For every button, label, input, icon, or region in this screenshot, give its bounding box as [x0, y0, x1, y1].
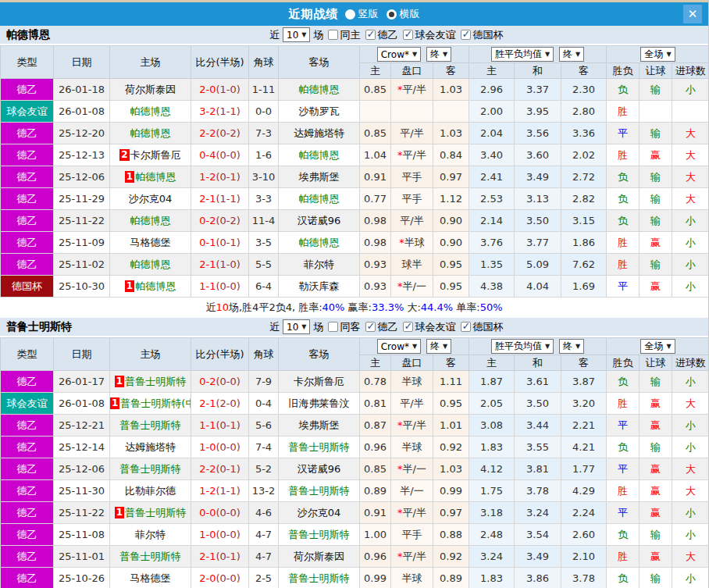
rank-badge: 1: [125, 171, 134, 183]
match-type-badge: 德乙: [1, 166, 54, 188]
checkbox-checked-icon[interactable]: [403, 30, 413, 40]
team-label: 旧海弗莱鲁汶: [289, 397, 350, 409]
halftime-score: (0-0): [216, 149, 240, 161]
recent-count-value: 10: [287, 322, 298, 333]
odds-final-select[interactable]: 终: [426, 47, 451, 62]
col-header-goals: 进球数: [672, 355, 709, 371]
team-label: 沙尔克04: [297, 507, 341, 519]
away-team: 普鲁士明斯特: [279, 568, 360, 588]
corners: 11-4: [249, 210, 279, 232]
checkbox-checked-icon[interactable]: [365, 30, 376, 40]
score: 2-1(0-1): [191, 546, 249, 568]
odds-away: 0.92: [433, 437, 469, 458]
filter-checkbox-item[interactable]: 德乙: [365, 320, 397, 334]
checkbox-icon[interactable]: [328, 30, 338, 40]
fulltime-score: 0-4: [199, 149, 216, 161]
col-header-type: 类型: [1, 46, 54, 79]
result-goals: 小: [672, 210, 709, 232]
team-label: 卡尔斯鲁厄: [294, 376, 344, 387]
halftime-score: (0-0): [216, 572, 240, 584]
avg-away: 2.24: [561, 502, 607, 524]
checkbox-checked-icon[interactable]: [461, 30, 471, 40]
checkbox-checked-icon[interactable]: [365, 322, 376, 332]
filter-checkbox-item[interactable]: 球会友谊: [403, 320, 455, 334]
match-row: 德乙25-12-06普鲁士明斯特2-2(0-1)5-2汉诺威960.85*半/一…: [1, 458, 709, 480]
odds-company-select[interactable]: Crow*: [377, 339, 421, 354]
checkbox-checked-icon[interactable]: [461, 322, 471, 332]
handicap: *半/一: [391, 458, 433, 480]
team-label: 菲尔特: [135, 529, 166, 540]
match-rows: 德乙26-01-18荷尔斯泰因2-0(1-0)1-11帕德博恩0.85*平/半1…: [1, 79, 709, 298]
initial-handicap-star: *: [397, 280, 403, 292]
team-label: 沙勒罗瓦: [299, 105, 340, 117]
result-handicap: 输: [640, 188, 672, 210]
col-header-wdl: 胜负: [607, 355, 640, 371]
odds-home: 0.98: [360, 210, 391, 232]
filter-checkbox-item[interactable]: 德国杯: [461, 320, 503, 334]
team-name: 帕德博恩: [0, 28, 50, 42]
filter-checkbox-item[interactable]: 德国杯: [461, 28, 503, 42]
result-handicap: 输: [640, 437, 672, 458]
match-date: 25-10-30: [54, 276, 110, 298]
filter-checkbox-item[interactable]: 同主: [328, 28, 360, 42]
filter-checkbox-item[interactable]: 球会友谊: [403, 28, 455, 42]
result-goals: 大: [672, 393, 709, 415]
avg-away: 2.82: [561, 188, 607, 210]
match-row: 德乙25-11-08菲尔特1-0(0-0)4-7普鲁士明斯特1.00平手0.88…: [1, 524, 709, 546]
recent-count-select[interactable]: 10: [283, 319, 310, 334]
handicap: 半球: [391, 437, 433, 458]
initial-handicap-star: *: [397, 84, 403, 95]
halftime-score: (2-0): [216, 397, 240, 409]
avg-home: 1.83: [469, 568, 515, 588]
team-label: 勒沃库森: [299, 280, 340, 292]
layout-radio-option[interactable]: 竖版: [345, 7, 379, 21]
away-team: 普鲁士明斯特: [279, 524, 360, 546]
odds-home: 0.93: [360, 276, 391, 298]
avg-select[interactable]: 胜平负均值: [491, 339, 554, 354]
home-team: 2卡尔斯鲁厄: [110, 144, 191, 166]
score: 0-1(0-1): [191, 232, 249, 254]
result-goals: 小: [672, 415, 709, 437]
filter-checkbox-item[interactable]: 德乙: [365, 28, 397, 42]
home-team: 帕德博恩: [110, 254, 191, 276]
result-goals: 小: [672, 79, 709, 101]
odds-company-select[interactable]: Crow*: [377, 47, 421, 62]
full-match-value: 全场: [644, 48, 663, 61]
avg-final-select[interactable]: 终: [559, 47, 584, 62]
initial-handicap-star: *: [397, 419, 403, 431]
avg-home: 1.83: [469, 437, 515, 458]
avg-away: 2.02: [561, 144, 607, 166]
dialog-title: 近期战绩: [289, 7, 339, 22]
score: 2-2(0-2): [191, 123, 249, 144]
filter-checkbox-item[interactable]: 同客: [328, 320, 360, 334]
close-button[interactable]: ✕: [683, 5, 702, 23]
odds-home: 0.99: [360, 568, 391, 588]
section-header: 帕德博恩 近 10 场 同主德乙球会友谊德国杯: [0, 26, 708, 45]
away-team: 菲尔特: [279, 254, 360, 276]
recent-count-select[interactable]: 10: [283, 27, 310, 42]
odds-final-select[interactable]: 终: [426, 339, 451, 354]
col-header-date: 日期: [54, 46, 110, 79]
layout-radio-option[interactable]: 横版: [387, 7, 420, 21]
avg-select[interactable]: 胜平负均值: [491, 47, 554, 62]
avg-final-select[interactable]: 终: [559, 339, 584, 354]
checkbox-checked-icon[interactable]: [403, 322, 413, 332]
radio-icon[interactable]: [345, 9, 355, 20]
avg-group-header: 胜平负均值 终: [469, 338, 607, 355]
radio-selected-icon[interactable]: [387, 9, 397, 20]
avg-draw: 4.04: [515, 276, 561, 298]
summary-segment: 50%: [480, 301, 503, 313]
score: 2-1(1-1): [191, 188, 249, 210]
fulltime-score: 1-1: [199, 280, 216, 292]
odds-away: 1.11: [433, 371, 469, 393]
layout-radio-group: 竖版横版: [345, 7, 420, 21]
result-handicap: 赢: [640, 458, 672, 480]
avg-final-value: 终: [563, 340, 572, 353]
checkbox-icon[interactable]: [328, 322, 338, 332]
odds-group-header: Crow* 终: [360, 46, 469, 63]
full-match-select[interactable]: 全场: [640, 339, 675, 354]
avg-away: 2.30: [561, 79, 607, 101]
full-match-select[interactable]: 全场: [640, 47, 675, 62]
rank-badge: 1: [110, 397, 119, 409]
match-date: 25-11-09: [54, 232, 110, 254]
